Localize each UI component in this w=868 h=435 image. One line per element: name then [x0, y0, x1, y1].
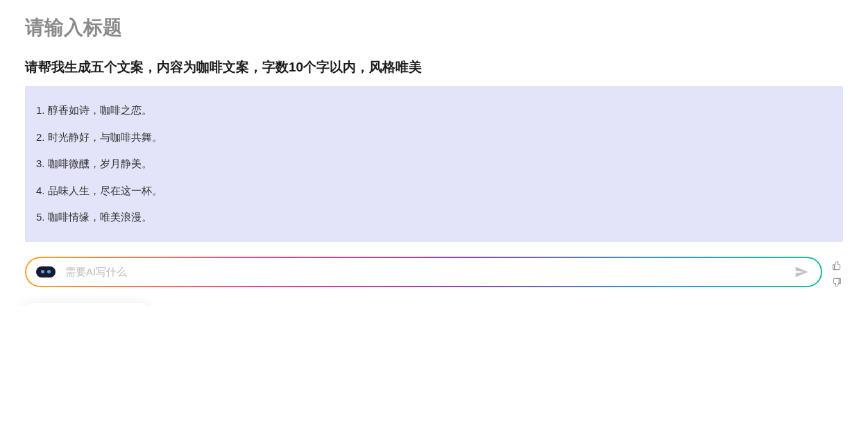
response-item: 2. 时光静好，与咖啡共舞。	[33, 124, 835, 151]
user-prompt: 请帮我生成五个文案，内容为咖啡文案，字数10个字以内，风格唯美	[25, 58, 843, 76]
ai-prompt-input[interactable]	[65, 266, 785, 278]
response-item: 3. 咖啡微醺，岁月静美。	[33, 151, 835, 178]
thumbs-up-button[interactable]	[831, 259, 843, 271]
bot-avatar-icon	[35, 264, 57, 280]
ai-input-container	[25, 257, 822, 287]
title-input[interactable]	[25, 17, 843, 39]
ai-response-block: 1. 醇香如诗，咖啡之恋。 2. 时光静好，与咖啡共舞。 3. 咖啡微醺，岁月静…	[25, 86, 843, 242]
action-menu: 续写 改写 扩写	[25, 303, 148, 306]
response-item: 5. 咖啡情缘，唯美浪漫。	[33, 204, 835, 231]
response-item: 4. 品味人生，尽在这一杯。	[33, 178, 835, 205]
send-button[interactable]	[793, 264, 810, 280]
response-item: 1. 醇香如诗，咖啡之恋。	[33, 97, 835, 124]
thumbs-down-button[interactable]	[831, 277, 843, 289]
